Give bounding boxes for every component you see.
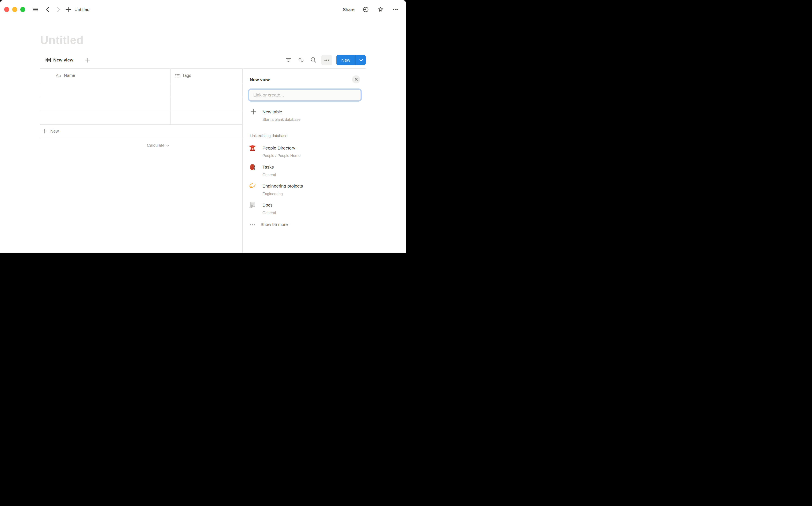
panel-divider	[242, 68, 243, 253]
column-header-tags[interactable]: Tags	[182, 73, 191, 78]
close-button[interactable]	[352, 75, 360, 83]
back-icon[interactable]	[45, 6, 51, 13]
table-top-border	[40, 68, 365, 69]
database-title[interactable]: Docs	[262, 202, 273, 208]
view-options-button[interactable]	[321, 55, 332, 65]
table-view-icon[interactable]	[45, 57, 52, 63]
filter-icon[interactable]	[285, 57, 292, 63]
plus-icon	[42, 129, 47, 134]
calculate-button[interactable]: Calculate	[119, 143, 164, 148]
add-view-plus-icon[interactable]	[84, 58, 90, 63]
view-tab-label[interactable]: New view	[53, 57, 73, 63]
show-more-ellipsis-icon	[249, 221, 256, 228]
traffic-light-zoom[interactable]	[20, 7, 25, 12]
table-row[interactable]	[40, 83, 242, 97]
history-clock-icon[interactable]	[363, 6, 369, 13]
link-or-create-input[interactable]	[249, 90, 361, 100]
sidebar-toggle-icon[interactable]	[32, 6, 39, 13]
chevron-down-icon	[359, 58, 363, 63]
table-row[interactable]	[40, 111, 242, 124]
page-curl-icon	[249, 201, 256, 208]
panel-title: New view	[250, 77, 270, 82]
telephone-icon	[249, 144, 256, 151]
forward-icon[interactable]	[55, 6, 62, 13]
database-title[interactable]: Tasks	[262, 164, 274, 170]
new-row-button[interactable]	[40, 124, 242, 138]
share-button[interactable]: Share	[343, 7, 355, 12]
new-record-button[interactable]: New	[336, 55, 365, 65]
calculate-chevron-icon[interactable]	[166, 144, 170, 148]
favorite-star-icon[interactable]	[378, 6, 384, 13]
sort-icon[interactable]	[297, 57, 304, 63]
plus-icon	[250, 108, 257, 115]
show-more-label[interactable]: Show 95 more	[261, 222, 288, 227]
notion-window: Untitled Share Untitled New view New	[0, 0, 406, 253]
new-table-subtitle: Start a blank database	[262, 117, 300, 122]
list-property-icon	[175, 73, 180, 79]
database-subtitle: People / People Home	[262, 153, 300, 158]
search-icon[interactable]	[310, 57, 317, 63]
traffic-light-minimize[interactable]	[12, 7, 17, 12]
new-row-label[interactable]: New	[50, 129, 59, 134]
row-border	[40, 138, 242, 138]
page-title[interactable]: Untitled	[40, 33, 83, 47]
database-title[interactable]: People Directory	[262, 145, 295, 151]
backpack-icon	[249, 163, 256, 170]
section-header: Link existing database	[250, 134, 287, 138]
column-header-name[interactable]: Name	[64, 73, 75, 78]
text-property-icon: Aa	[56, 73, 61, 78]
new-tab-icon[interactable]	[65, 6, 71, 13]
database-subtitle: General	[262, 210, 276, 216]
database-title[interactable]: Engineering projects	[262, 183, 303, 189]
database-subtitle: General	[262, 173, 276, 177]
tab-title[interactable]: Untitled	[74, 7, 89, 12]
button-divider	[355, 55, 355, 65]
ellipsis-icon	[323, 57, 330, 64]
close-icon	[354, 77, 358, 82]
database-subtitle: Engineering	[262, 191, 283, 196]
dizzy-star-icon	[249, 182, 256, 189]
table-row[interactable]	[40, 97, 242, 111]
traffic-light-close[interactable]	[4, 7, 9, 12]
new-record-label[interactable]: New	[336, 55, 355, 65]
more-ellipsis-icon[interactable]	[392, 6, 399, 13]
new-table-title[interactable]: New table	[262, 109, 282, 115]
new-record-dropdown[interactable]	[356, 55, 366, 65]
